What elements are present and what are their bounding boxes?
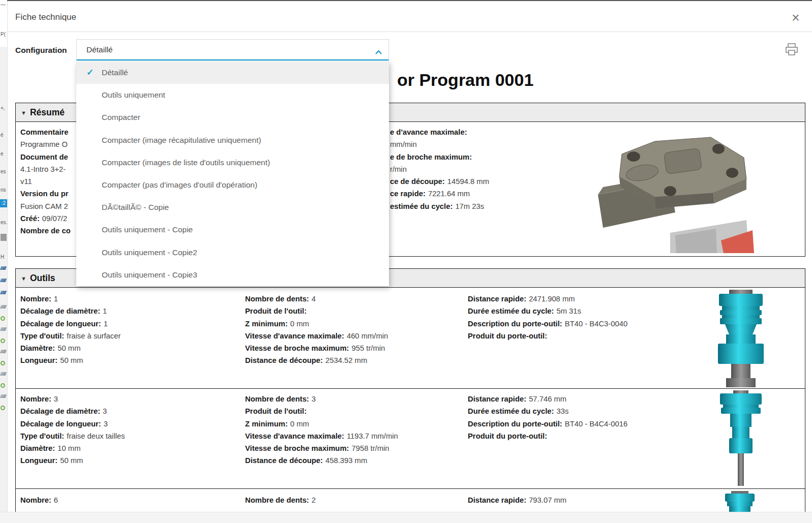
bg-fragment: — xyxy=(1,2,6,7)
bg-check-icon xyxy=(1,316,5,321)
background-browser-panel: +, é e es ns :2 es. H xyxy=(0,47,8,514)
tool-row-3-col-3: Distance rapide:793.07 mm xyxy=(468,494,566,506)
bg-fragment: es xyxy=(1,169,6,174)
bg-fragment: +, xyxy=(1,105,5,111)
menu-item-compacter-image-recap[interactable]: Compacter (image récapitulative uniqueme… xyxy=(76,129,389,151)
tool-row-2-col-3: Distance rapide:57.746 mm Durée estimée … xyxy=(468,393,627,442)
collapse-triangle-icon: ▼ xyxy=(21,110,26,116)
menu-item-detaille-copie[interactable]: DÃ©taillÃ© - Copie xyxy=(76,196,389,219)
bg-selected-node: :2 xyxy=(0,199,7,207)
bg-op-icon xyxy=(0,327,7,331)
bg-fragment: e xyxy=(1,151,4,157)
bg-op-icon xyxy=(0,291,7,294)
tool-row-3-col-2: Nombre de dents:2 xyxy=(245,494,316,506)
bg-op-icon xyxy=(0,394,7,398)
bg-op-icon xyxy=(0,350,7,353)
configuration-label: Configuration xyxy=(15,46,67,55)
screen: — P( +, é e es ns :2 es. H Fiche techniq… xyxy=(0,0,812,523)
configuration-dropdown-menu: ✓ Détaillé Outils uniquement Compacter C… xyxy=(76,61,389,286)
bg-check-icon xyxy=(1,383,5,388)
bg-fragment: é xyxy=(1,132,4,138)
resume-left-column: Commentaire Programme O Document de 4.1-… xyxy=(20,126,73,237)
close-icon[interactable]: × xyxy=(788,10,803,25)
tool-row-1-col-2: Nombre de dents:4 Produit de l'outil: Z … xyxy=(245,293,388,367)
bg-op-icon xyxy=(0,279,7,282)
bg-check-icon xyxy=(1,339,5,343)
bg-op-icon xyxy=(0,372,7,376)
chevron-up-icon xyxy=(375,48,382,57)
tool-2-image xyxy=(708,390,774,489)
tool-row-divider xyxy=(15,488,805,489)
menu-item-outils-copie2[interactable]: Outils uniquement - Copie2 xyxy=(76,241,389,264)
resume-right-column: e d'avance maximale: mm/min e de broche … xyxy=(390,126,489,212)
resume-section-label: Résumé xyxy=(30,107,65,117)
tool-row-1-col-3: Distance rapide:2471.908 mm Durée estimé… xyxy=(468,293,627,342)
tools-section-body xyxy=(15,288,805,512)
tool-row-divider xyxy=(15,388,805,389)
bg-check-icon xyxy=(1,406,5,410)
tools-section-label: Outils xyxy=(30,273,55,283)
tool-row-2-col-2: Nombre de dents:3 Produit de l'outil: Z … xyxy=(245,393,398,467)
bg-fragment: P( xyxy=(1,32,6,37)
background-toolbar-strip xyxy=(0,512,812,523)
print-button[interactable] xyxy=(785,43,799,57)
bg-op-icon xyxy=(0,305,7,309)
bg-swatch xyxy=(1,234,7,241)
bg-op-icon xyxy=(0,266,7,270)
menu-item-detaille[interactable]: ✓ Détaillé xyxy=(76,61,389,84)
tool-3-image xyxy=(722,491,758,514)
tool-row-2-col-1: Nombre:3 Décalage de diamètre:3 Décalage… xyxy=(20,393,125,467)
configuration-select-value: Détaillé xyxy=(86,45,113,54)
menu-item-compacter[interactable]: Compacter xyxy=(76,106,389,129)
bg-fragment: ns xyxy=(1,187,6,193)
bg-fragment: H xyxy=(1,254,4,260)
setup-part-image xyxy=(594,126,754,255)
check-icon: ✓ xyxy=(86,61,94,84)
dialog-top-edge xyxy=(7,0,812,1)
tool-1-image xyxy=(708,290,774,389)
dialog-title: Fiche technique xyxy=(15,12,76,22)
configuration-select[interactable] xyxy=(76,39,389,60)
menu-item-outils-copie3[interactable]: Outils uniquement - Copie3 xyxy=(76,264,389,286)
menu-item-outils-uniquement[interactable]: Outils uniquement xyxy=(76,84,389,106)
sheet-heading-visible: or Program 0001 xyxy=(397,70,533,90)
collapse-triangle-icon: ▼ xyxy=(21,275,26,282)
bg-fragment: es. xyxy=(1,220,7,225)
tool-row-1-col-1: Nombre:1 Décalage de diamètre:1 Décalage… xyxy=(20,293,121,367)
menu-item-compacter-images-liste[interactable]: Compacter (images de liste d'outils uniq… xyxy=(76,151,389,174)
tool-row-3-col-1: Nombre:6 xyxy=(20,494,58,506)
menu-item-compacter-pas-images[interactable]: Compacter (pas d'images d'outil d'opérat… xyxy=(76,174,389,196)
bg-check-icon xyxy=(1,361,5,365)
title-separator xyxy=(7,32,812,32)
menu-item-outils-copie[interactable]: Outils uniquement - Copie xyxy=(76,219,389,241)
